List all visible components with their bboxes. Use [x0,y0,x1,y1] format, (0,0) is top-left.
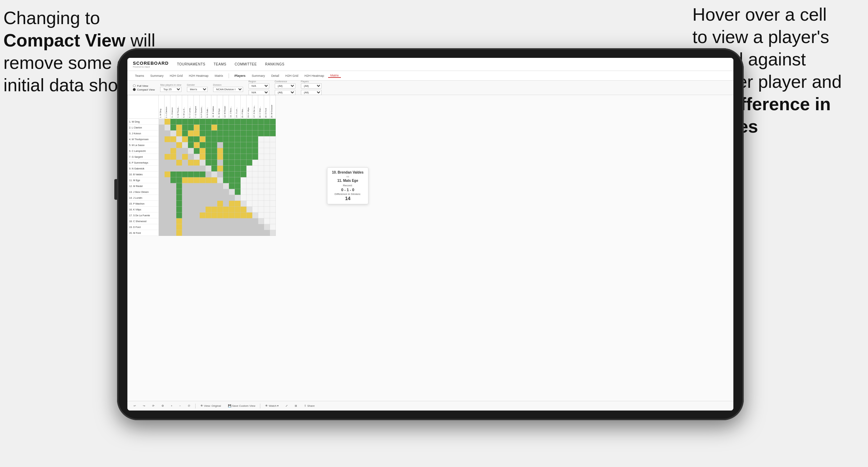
matrix-cell[interactable] [194,224,200,230]
matrix-cell[interactable] [165,207,170,212]
matrix-cell[interactable] [165,230,170,236]
matrix-cell[interactable] [217,172,223,177]
matrix-cell[interactable] [206,148,211,154]
matrix-cell[interactable] [176,160,182,166]
expand-btn[interactable]: ⤢ [283,404,290,408]
matrix-cell[interactable] [211,166,217,172]
matrix-cell[interactable] [206,201,211,207]
matrix-cell[interactable] [241,119,247,125]
matrix-cell[interactable] [217,230,223,236]
matrix-cell[interactable] [200,119,206,125]
matrix-cell[interactable] [211,218,217,224]
matrix-cell[interactable] [200,148,206,154]
matrix-cell[interactable] [258,207,264,212]
sub-nav-players-detail[interactable]: Detail [269,74,281,77]
matrix-cell[interactable] [247,154,252,160]
matrix-cell[interactable] [194,201,200,207]
refresh-btn[interactable]: ⟳ [150,404,157,408]
matrix-cell[interactable] [194,142,200,148]
matrix-cell[interactable] [170,189,176,195]
matrix-cell[interactable] [188,177,194,183]
matrix-cell[interactable] [252,189,258,195]
sub-nav-players-matrix[interactable]: Matrix [328,74,341,78]
matrix-cell[interactable] [270,142,276,148]
matrix-cell[interactable] [235,154,241,160]
matrix-cell[interactable] [217,177,223,183]
matrix-cell[interactable] [176,218,182,224]
matrix-cell[interactable] [258,224,264,230]
matrix-cell[interactable] [264,183,270,189]
matrix-cell[interactable] [264,177,270,183]
matrix-cell[interactable] [159,131,165,136]
matrix-cell[interactable] [252,201,258,207]
matrix-cell[interactable] [159,125,165,131]
matrix-cell[interactable] [223,125,229,131]
matrix-cell[interactable] [211,230,217,236]
matrix-cell[interactable] [176,201,182,207]
matrix-cell[interactable] [188,207,194,212]
matrix-cell[interactable] [176,189,182,195]
matrix-cell[interactable] [170,136,176,142]
matrix-cell[interactable] [211,207,217,212]
matrix-cell[interactable] [182,207,188,212]
matrix-cell[interactable] [241,201,247,207]
matrix-cell[interactable] [235,207,241,212]
matrix-cell[interactable] [170,224,176,230]
matrix-cell[interactable] [258,131,264,136]
matrix-cell[interactable] [258,218,264,224]
matrix-cell[interactable] [170,142,176,148]
matrix-cell[interactable] [211,148,217,154]
matrix-cell[interactable] [165,136,170,142]
matrix-cell[interactable] [252,212,258,218]
filter-conference-select2[interactable]: (All) [275,90,295,95]
matrix-cell[interactable] [176,125,182,131]
sub-nav-summary[interactable]: Summary [148,74,166,77]
matrix-cell[interactable] [159,136,165,142]
matrix-cell[interactable] [206,125,211,131]
matrix-cell[interactable] [241,125,247,131]
matrix-cell[interactable] [252,136,258,142]
matrix-cell[interactable] [270,207,276,212]
matrix-cell[interactable] [241,195,247,201]
matrix-cell[interactable] [159,119,165,125]
matrix-cell[interactable] [165,154,170,160]
matrix-cell[interactable] [206,166,211,172]
matrix-cell[interactable] [264,125,270,131]
matrix-cell[interactable] [252,224,258,230]
watch-btn[interactable]: 👁 Watch ▾ [263,404,281,408]
matrix-cell[interactable] [188,212,194,218]
matrix-cell[interactable] [241,172,247,177]
matrix-cell[interactable] [223,195,229,201]
matrix-cell[interactable] [241,131,247,136]
matrix-cell[interactable] [165,183,170,189]
matrix-cell[interactable] [217,218,223,224]
matrix-cell[interactable] [235,160,241,166]
matrix-cell[interactable] [211,183,217,189]
matrix-cell[interactable] [247,166,252,172]
matrix-cell[interactable] [159,166,165,172]
matrix-cell[interactable] [200,136,206,142]
matrix-cell[interactable] [165,119,170,125]
matrix-cell[interactable] [165,189,170,195]
matrix-cell[interactable] [194,183,200,189]
matrix-cell[interactable] [206,177,211,183]
matrix-cell[interactable] [235,166,241,172]
nav-committee[interactable]: COMMITTEE [234,62,257,66]
matrix-cell[interactable] [165,125,170,131]
matrix-cell[interactable] [170,183,176,189]
matrix-cell[interactable] [264,136,270,142]
matrix-cell[interactable] [211,212,217,218]
matrix-cell[interactable] [217,195,223,201]
matrix-cell[interactable] [188,218,194,224]
matrix-cell[interactable] [229,201,235,207]
matrix-cell[interactable] [223,207,229,212]
matrix-cell[interactable] [159,207,165,212]
matrix-cell[interactable] [194,125,200,131]
matrix-cell[interactable] [229,131,235,136]
matrix-cell[interactable] [194,172,200,177]
matrix-cell[interactable] [217,166,223,172]
matrix-cell[interactable] [200,160,206,166]
matrix-cell[interactable] [247,207,252,212]
matrix-cell[interactable] [200,224,206,230]
matrix-cell[interactable] [200,212,206,218]
